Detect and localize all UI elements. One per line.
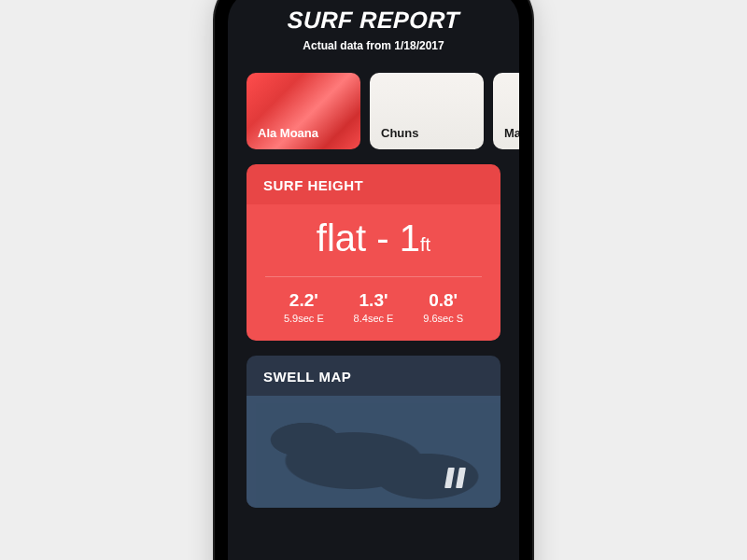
reading-1: 2.2' 5.9sec E [269, 290, 339, 324]
page-title: SURF REPORT [228, 7, 519, 34]
spot-card-ala-moana[interactable]: Ala Moana [247, 73, 360, 149]
surf-height-header: SURF HEIGHT [247, 164, 500, 204]
surf-height-card: SURF HEIGHT flat - 1ft 2.2' 5.9sec E 1.3… [247, 164, 500, 341]
page-subtitle: Actual data from 1/18/2017 [228, 39, 519, 52]
surf-height-summary: flat - 1ft [263, 212, 484, 276]
pause-bar [456, 468, 466, 488]
swell-map-card: SWELL MAP [247, 356, 500, 508]
spot-card-maka[interactable]: Maka [493, 73, 519, 149]
surf-height-unit: ft [420, 234, 430, 255]
spot-label: Maka [504, 126, 519, 140]
reading-value: 0.8' [408, 290, 478, 311]
spot-card-chuns[interactable]: Chuns [370, 73, 484, 149]
spot-label: Chuns [381, 126, 418, 140]
spot-label: Ala Moana [258, 126, 318, 140]
surf-height-body: flat - 1ft 2.2' 5.9sec E 1.3' 8.4sec E [247, 204, 500, 341]
map-island-shape [256, 403, 500, 508]
swell-map-body[interactable] [247, 396, 500, 508]
reading-value: 2.2' [269, 290, 339, 311]
phone-frame: SURF REPORT Actual data from 1/18/2017 A… [215, 0, 532, 560]
reading-3: 0.8' 9.6sec S [408, 290, 478, 324]
spot-carousel[interactable]: Ala Moana Chuns Maka [228, 52, 519, 149]
reading-meta: 5.9sec E [269, 313, 339, 324]
surf-height-value: flat - 1 [317, 217, 420, 259]
reading-value: 1.3' [339, 290, 409, 311]
swell-map-header: SWELL MAP [247, 356, 500, 396]
app-content: SURF REPORT Actual data from 1/18/2017 A… [228, 0, 519, 508]
reading-2: 1.3' 8.4sec E [339, 290, 409, 324]
divider [265, 276, 482, 277]
pause-icon[interactable] [444, 467, 471, 489]
reading-meta: 8.4sec E [339, 313, 409, 324]
reading-meta: 9.6sec S [408, 313, 478, 324]
swell-readings: 2.2' 5.9sec E 1.3' 8.4sec E 0.8' 9.6sec … [263, 290, 484, 324]
phone-screen: SURF REPORT Actual data from 1/18/2017 A… [228, 0, 519, 560]
